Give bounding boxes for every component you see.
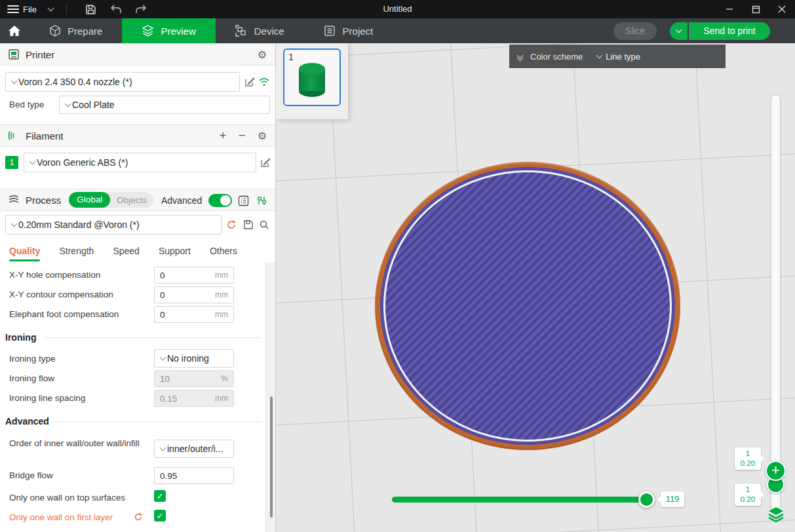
advanced-group-header: Advanced bbox=[5, 416, 49, 427]
filament-section-title: Filament bbox=[26, 130, 64, 142]
save-icon[interactable] bbox=[85, 3, 98, 16]
printer-preset-select[interactable]: Voron 2.4 350 0.4 nozzle (*) bbox=[5, 72, 240, 92]
tab-project[interactable]: Project bbox=[304, 18, 393, 43]
move-slider-track[interactable] bbox=[392, 497, 653, 503]
reset-one-wall-first-icon[interactable] bbox=[132, 511, 144, 523]
one-wall-top-checkbox[interactable]: ✓ bbox=[154, 490, 166, 502]
one-wall-first-layer-checkbox[interactable]: ✓ bbox=[154, 510, 166, 522]
ironing-flow-label: Ironing flow bbox=[9, 373, 54, 383]
filament-spool-icon bbox=[7, 129, 20, 142]
filament-settings-gear-icon[interactable]: ⚙ bbox=[258, 130, 267, 142]
undo-icon[interactable] bbox=[109, 3, 123, 16]
filament-section-header: Filament + − ⚙ bbox=[0, 124, 275, 147]
collapse-double-chevron-icon[interactable] bbox=[518, 53, 522, 60]
file-menu-chevron-down-icon[interactable] bbox=[48, 5, 54, 12]
setting-label: Elephant foot compensation bbox=[9, 309, 119, 319]
layers-view-button[interactable] bbox=[766, 504, 786, 524]
save-preset-icon[interactable] bbox=[242, 219, 254, 231]
advanced-toggle[interactable] bbox=[208, 194, 232, 207]
settings-sidebar: Printer ⚙ Voron 2.4 350 0.4 nozzle (*) B… bbox=[0, 43, 276, 532]
tune-parameters-icon[interactable] bbox=[256, 195, 267, 206]
bed-type-label: Bed type bbox=[9, 100, 44, 109]
scope-objects-button[interactable]: Objects bbox=[110, 195, 153, 205]
process-layers-icon bbox=[7, 193, 20, 206]
settings-scrollbar-track[interactable] bbox=[265, 262, 275, 532]
printer-icon bbox=[7, 48, 20, 61]
process-preset-select[interactable]: 0.20mm Standard @Voron (*) bbox=[5, 215, 222, 235]
maximize-button[interactable] bbox=[743, 0, 769, 18]
scope-global-button[interactable]: Global bbox=[69, 192, 110, 208]
plate-thumbnail[interactable]: 1 bbox=[283, 48, 341, 106]
filament-preset-value: Voron Generic ABS (*) bbox=[37, 157, 128, 168]
tab-others[interactable]: Others bbox=[210, 246, 237, 260]
filament-edit-icon[interactable] bbox=[260, 157, 271, 168]
layer-slider-upper-handle[interactable]: + bbox=[766, 461, 786, 481]
tab-prepare[interactable]: Prepare bbox=[29, 18, 122, 43]
layer-slider-track[interactable] bbox=[771, 95, 780, 510]
printer-preset-value: Voron 2.4 350 0.4 nozzle (*) bbox=[18, 77, 132, 87]
elephant-foot-compensation-input[interactable]: 0 mm bbox=[154, 306, 234, 323]
ironing-type-value: No ironing bbox=[167, 353, 209, 364]
setting-value: 10 bbox=[155, 374, 221, 384]
ironing-type-chevron-down-icon bbox=[160, 354, 166, 361]
tab-support[interactable]: Support bbox=[159, 246, 191, 260]
parameter-list-icon[interactable] bbox=[237, 195, 249, 206]
search-settings-icon[interactable] bbox=[258, 219, 270, 231]
tab-strength[interactable]: Strength bbox=[59, 246, 94, 260]
bed-type-select[interactable]: Cool Plate bbox=[59, 96, 270, 114]
slice-button[interactable]: Slice bbox=[613, 22, 657, 40]
bridge-flow-label: Bridge flow bbox=[9, 470, 53, 480]
ironing-type-label: Ironing type bbox=[9, 354, 56, 364]
minimize-button[interactable] bbox=[716, 0, 743, 18]
check-icon: ✓ bbox=[157, 511, 164, 521]
layer-range-bottom-tooltip: 1 0.20 bbox=[735, 484, 761, 506]
infill-gap-ring bbox=[383, 170, 672, 442]
menu-hamburger-icon[interactable] bbox=[7, 5, 19, 13]
one-wall-top-label: Only one wall on top surfaces bbox=[9, 493, 125, 503]
close-button[interactable] bbox=[769, 0, 795, 18]
sliced-layer-disc[interactable] bbox=[375, 162, 680, 450]
settings-scrollbar-thumb[interactable] bbox=[270, 396, 273, 518]
wall-order-value: inner/outer/i... bbox=[167, 444, 223, 454]
xy-hole-compensation-input[interactable]: 0 mm bbox=[154, 267, 234, 284]
setting-unit: % bbox=[221, 374, 233, 383]
printer-section-title: Printer bbox=[26, 49, 54, 60]
ironing-line-spacing-label: Ironing line spacing bbox=[9, 393, 85, 403]
xy-contour-compensation-input[interactable]: 0 mm bbox=[154, 286, 234, 303]
group-divider bbox=[45, 337, 261, 338]
filament-slot-badge[interactable]: 1 bbox=[5, 156, 18, 169]
send-dropdown-button[interactable] bbox=[670, 22, 688, 40]
tab-speed[interactable]: Speed bbox=[113, 246, 139, 260]
device-icon bbox=[235, 25, 248, 37]
bridge-flow-input[interactable]: 0.95 bbox=[154, 467, 234, 484]
line-type-select[interactable]: Line type bbox=[591, 48, 723, 66]
preview-viewport[interactable]: 1 Color scheme Line type 119 1 0.20 bbox=[276, 43, 795, 532]
one-wall-first-layer-label: Only one wall on first layer bbox=[9, 512, 113, 522]
wall-order-label: Order of inner wall/outer wall/infill bbox=[9, 437, 144, 450]
filament-preset-select[interactable]: Voron Generic ABS (*) bbox=[24, 153, 256, 172]
printer-wifi-icon[interactable] bbox=[258, 76, 270, 88]
printer-edit-icon[interactable] bbox=[244, 76, 256, 88]
reset-preset-icon[interactable] bbox=[225, 219, 237, 231]
printer-settings-gear-icon[interactable]: ⚙ bbox=[258, 48, 267, 61]
add-filament-button[interactable]: + bbox=[219, 130, 226, 142]
title-bar: File Untitled bbox=[0, 0, 795, 18]
move-slider-handle[interactable] bbox=[638, 491, 655, 508]
group-divider bbox=[54, 421, 261, 422]
wall-order-select[interactable]: inner/outer/i... bbox=[154, 440, 234, 458]
main-tab-bar: Prepare Preview Device Project Slice Sen… bbox=[0, 18, 795, 43]
tab-quality[interactable]: Quality bbox=[9, 246, 40, 260]
send-to-print-button[interactable]: Send to print bbox=[689, 22, 770, 40]
setting-value: 0 bbox=[155, 310, 215, 320]
tab-preview[interactable]: Preview bbox=[122, 18, 215, 43]
file-menu[interactable]: File bbox=[23, 5, 37, 14]
tab-device[interactable]: Device bbox=[216, 18, 304, 43]
tab-device-label: Device bbox=[254, 26, 284, 37]
plate-number: 1 bbox=[288, 52, 294, 62]
ironing-type-select[interactable]: No ironing bbox=[154, 349, 234, 368]
process-tab-strip: Quality Strength Speed Support Others bbox=[0, 242, 262, 263]
remove-filament-button[interactable]: − bbox=[239, 130, 246, 142]
line-type-chevron-down-icon bbox=[596, 52, 603, 59]
redo-icon[interactable] bbox=[134, 3, 147, 16]
home-button[interactable] bbox=[0, 18, 29, 43]
